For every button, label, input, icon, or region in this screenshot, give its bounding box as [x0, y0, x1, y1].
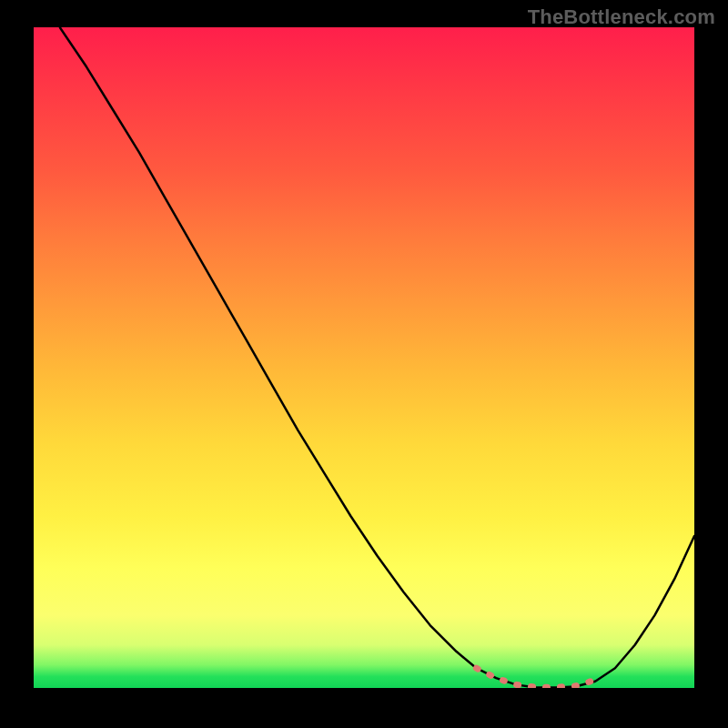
chart-container: TheBottleneck.com	[0, 0, 728, 728]
bottleneck-curve-svg	[34, 27, 694, 688]
watermark-text: TheBottleneck.com	[528, 5, 715, 29]
bottleneck-curve	[60, 28, 694, 688]
